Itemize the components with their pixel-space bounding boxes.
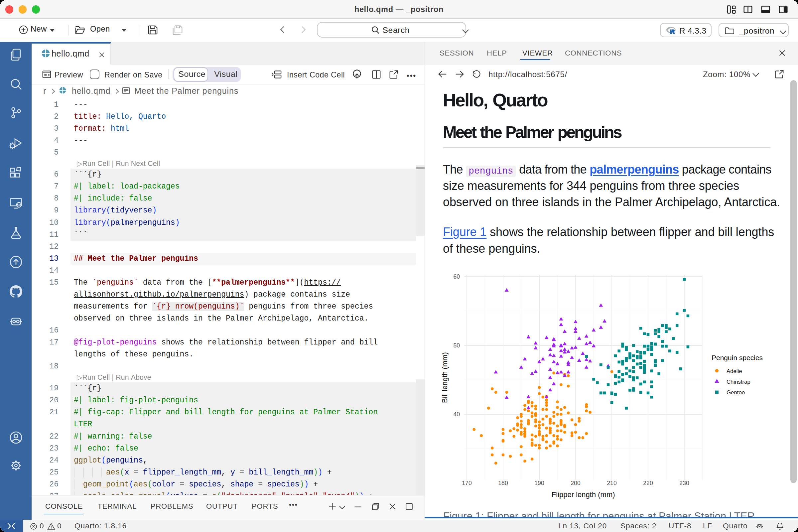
svg-text:220: 220 [643, 480, 653, 487]
svg-text:170: 170 [462, 480, 472, 487]
svg-text:210: 210 [607, 480, 617, 487]
svg-text:Bill length (mm): Bill length (mm) [440, 352, 449, 403]
svg-text:60: 60 [453, 273, 460, 280]
svg-text:230: 230 [679, 480, 689, 487]
svg-text:Gentoo: Gentoo [726, 390, 745, 396]
svg-text:Adelie: Adelie [726, 368, 742, 374]
svg-text:190: 190 [534, 480, 544, 487]
svg-text:50: 50 [453, 342, 460, 349]
svg-text:180: 180 [498, 480, 508, 487]
svg-text:Penguin species: Penguin species [711, 354, 763, 361]
svg-text:Chinstrap: Chinstrap [726, 379, 750, 385]
svg-text:Flipper length (mm): Flipper length (mm) [552, 491, 615, 499]
svg-text:200: 200 [571, 480, 581, 487]
svg-text:40: 40 [453, 411, 460, 418]
